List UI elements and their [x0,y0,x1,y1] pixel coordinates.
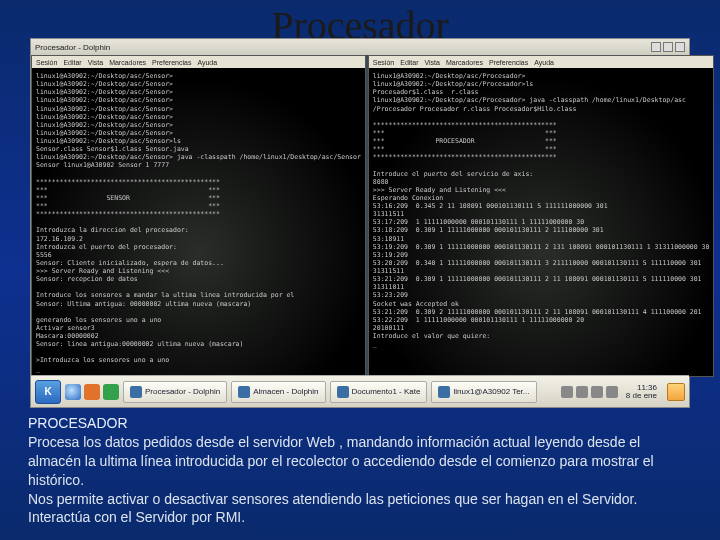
terminal-text: linux1@A30902:~/Desktop/asc/Procesador> … [373,72,710,348]
terminal-output-right[interactable]: linux1@A30902:~/Desktop/asc/Procesador> … [369,68,714,376]
terminal-output-left[interactable]: linux1@A30902:~/Desktop/asc/Sensor> linu… [32,68,365,376]
terminal-menubar-left[interactable]: Sesión Editar Vista Marcadores Preferenc… [32,56,365,68]
terminal-icon [438,386,450,398]
menu-item[interactable]: Editar [63,59,81,66]
maximize-button[interactable] [663,42,673,52]
menu-item[interactable]: Marcadores [109,59,146,66]
document-icon [337,386,349,398]
menu-item[interactable]: Editar [400,59,418,66]
menu-item[interactable]: Ayuda [534,59,554,66]
close-button[interactable] [675,42,685,52]
menu-item[interactable]: Vista [88,59,103,66]
menu-item[interactable]: Preferencias [489,59,528,66]
tray-icon[interactable] [591,386,603,398]
terminal-pane-right: Sesión Editar Vista Marcadores Preferenc… [368,55,715,377]
kde-start-button[interactable]: K [35,380,61,404]
quicklaunch [65,384,119,400]
terminal-menubar-right[interactable]: Sesión Editar Vista Marcadores Preferenc… [369,56,714,68]
minimize-button[interactable] [651,42,661,52]
firefox-icon[interactable] [84,384,100,400]
menu-item[interactable]: Vista [425,59,440,66]
terminal-text: linux1@A30902:~/Desktop/asc/Sensor> linu… [36,72,361,373]
menu-item[interactable]: Sesión [36,59,57,66]
terminal-panes: Sesión Editar Vista Marcadores Preferenc… [31,55,689,377]
tray-icon[interactable] [606,386,618,398]
taskbar-app-label: Documento1 - Kate [352,387,421,396]
tray-icon[interactable] [561,386,573,398]
menu-item[interactable]: Preferencias [152,59,191,66]
taskbar-app[interactable]: linux1@A30902 Ter... [431,381,536,403]
caption-p1: Procesa los datos pedidos desde el servi… [28,433,692,490]
folder-icon [238,386,250,398]
window-title-text: Procesador - Dolphin [35,43,110,52]
kde-taskbar[interactable]: K Procesador - Dolphin Almacen - Dolphin… [31,375,689,407]
caption-p2: Nos permite activar o desactivar sensore… [28,490,692,509]
slide: Procesador Procesador - Dolphin Sesión E… [0,0,720,540]
menu-item[interactable]: Marcadores [446,59,483,66]
desktop-screenshot: Procesador - Dolphin Sesión Editar Vista… [30,38,690,408]
taskbar-app[interactable]: Procesador - Dolphin [123,381,227,403]
menu-item[interactable]: Sesión [373,59,394,66]
taskbar-app-label: Almacen - Dolphin [253,387,318,396]
slide-caption: PROCESADOR Procesa los datos pedidos des… [28,414,692,527]
tray-icon[interactable] [576,386,588,398]
taskbar-app-label: linux1@A30902 Ter... [453,387,529,396]
taskbar-app[interactable]: Documento1 - Kate [330,381,428,403]
terminal-pane-left: Sesión Editar Vista Marcadores Preferenc… [31,55,366,377]
folder-icon [130,386,142,398]
show-desktop-button[interactable] [667,383,685,401]
taskbar-clock[interactable]: 11:36 8 de ene [626,384,659,400]
app-icon[interactable] [103,384,119,400]
caption-heading: PROCESADOR [28,414,692,433]
menu-item[interactable]: Ayuda [197,59,217,66]
clock-date: 8 de ene [626,392,657,400]
system-tray[interactable] [557,386,622,398]
taskbar-app[interactable]: Almacen - Dolphin [231,381,325,403]
taskbar-app-label: Procesador - Dolphin [145,387,220,396]
caption-p3: Interactúa con el Servidor por RMI. [28,508,692,527]
window-buttons [651,42,685,52]
konqueror-icon[interactable] [65,384,81,400]
window-titlebar[interactable]: Procesador - Dolphin [31,39,689,55]
